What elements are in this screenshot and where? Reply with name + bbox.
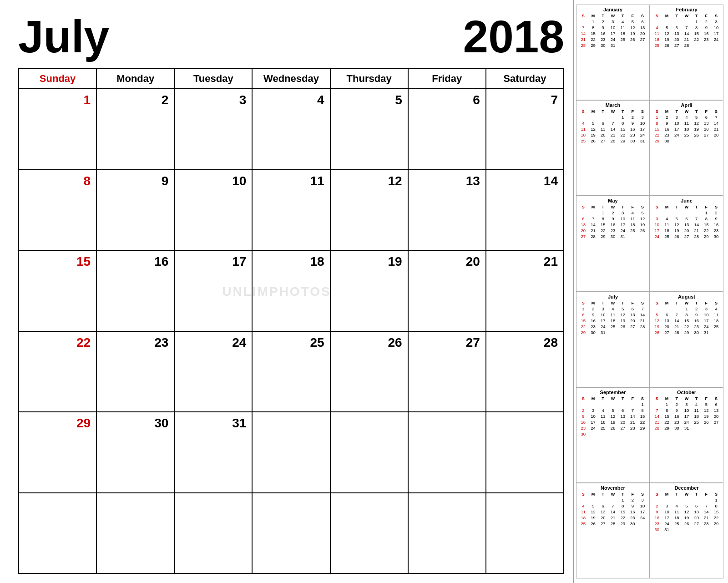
mini-day: 17	[598, 318, 608, 324]
mini-day: 25	[711, 324, 721, 330]
mini-day: 16	[711, 222, 721, 228]
mini-day: 4	[672, 503, 682, 509]
mini-day: 28	[702, 521, 712, 527]
mini-cal-title: March	[578, 102, 647, 108]
day-cell	[409, 493, 486, 573]
mini-day: 31	[682, 425, 692, 431]
mini-day	[628, 401, 638, 407]
mini-day: 12	[637, 216, 647, 222]
mini-day: 29	[578, 330, 588, 335]
mini-header: M	[588, 492, 598, 497]
mini-day: 22	[692, 36, 702, 42]
mini-day: 29	[637, 425, 647, 431]
mini-day: 9	[702, 25, 712, 30]
mini-day	[637, 431, 647, 437]
mini-cal-title: April	[652, 102, 721, 108]
mini-day: 21	[608, 132, 618, 138]
mini-header: T	[618, 204, 628, 210]
mini-day	[578, 401, 588, 407]
mini-day: 31	[608, 42, 618, 48]
mini-header: M	[588, 109, 598, 114]
mini-day: 6	[578, 216, 588, 222]
mini-day: 26	[608, 425, 618, 431]
mini-header: M	[662, 300, 672, 306]
mini-day	[672, 306, 682, 312]
mini-day: 1	[598, 210, 608, 216]
mini-day: 5	[608, 407, 618, 413]
mini-header: S	[652, 492, 662, 497]
mini-day: 23	[672, 419, 682, 425]
mini-day	[588, 497, 598, 503]
day-cell: 4	[253, 89, 330, 169]
mini-header: S	[637, 492, 647, 497]
mini-day	[702, 138, 712, 144]
mini-day	[637, 233, 647, 239]
mini-day: 7	[652, 407, 662, 413]
mini-day: 14	[628, 413, 638, 419]
mini-day: 5	[588, 120, 598, 126]
mini-day: 4	[578, 120, 588, 126]
day-cell	[486, 412, 564, 492]
mini-day	[588, 114, 598, 120]
mini-day: 4	[628, 210, 638, 216]
mini-day: 15	[637, 413, 647, 419]
mini-day	[628, 431, 638, 437]
mini-day	[662, 497, 672, 503]
mini-day: 1	[578, 306, 588, 312]
mini-day: 23	[598, 36, 608, 42]
mini-day: 3	[637, 497, 647, 503]
mini-day: 19	[692, 126, 702, 132]
mini-day: 28	[608, 521, 618, 527]
mini-day: 1	[652, 114, 662, 120]
mini-day: 21	[702, 515, 712, 521]
mini-day	[578, 497, 588, 503]
mini-day	[682, 138, 692, 144]
mini-day	[682, 210, 692, 216]
mini-day: 14	[637, 312, 647, 318]
mini-header: F	[702, 396, 712, 401]
mini-day: 8	[618, 120, 628, 126]
mini-day: 9	[598, 25, 608, 30]
mini-header: M	[588, 13, 598, 19]
mini-day: 4	[618, 19, 628, 25]
mini-header: T	[598, 300, 608, 306]
mini-day: 28	[652, 425, 662, 431]
day-cell: 31	[175, 412, 253, 492]
mini-day: 14	[652, 413, 662, 419]
day-cell	[253, 493, 330, 573]
mini-header: F	[702, 300, 712, 306]
mini-day: 10	[618, 216, 628, 222]
mini-day: 16	[588, 318, 598, 324]
mini-day: 18	[672, 515, 682, 521]
mini-day: 15	[692, 30, 702, 36]
day-header-monday: Monday	[97, 69, 175, 88]
mini-day	[672, 497, 682, 503]
mini-day: 17	[608, 30, 618, 36]
mini-day: 12	[672, 222, 682, 228]
mini-day: 26	[662, 42, 672, 48]
mini-day: 17	[637, 509, 647, 515]
mini-day: 15	[598, 222, 608, 228]
mini-day: 25	[652, 42, 662, 48]
mini-day: 6	[662, 312, 672, 318]
mini-header: T	[618, 300, 628, 306]
mini-day	[608, 401, 618, 407]
mini-day: 25	[682, 132, 692, 138]
mini-header: S	[578, 396, 588, 401]
mini-day: 25	[598, 425, 608, 431]
mini-cal-october: OctoberSMTWTFS12345678910111213141516171…	[650, 387, 723, 483]
mini-day: 22	[662, 419, 672, 425]
day-cell: 5	[331, 89, 409, 169]
mini-day	[608, 497, 618, 503]
mini-day: 14	[588, 222, 598, 228]
mini-day	[608, 330, 618, 335]
mini-day: 15	[711, 509, 721, 515]
mini-day	[628, 330, 638, 335]
mini-day: 8	[618, 503, 628, 509]
mini-day: 28	[672, 330, 682, 335]
mini-day	[598, 431, 608, 437]
mini-day: 30	[628, 138, 638, 144]
mini-day: 18	[662, 228, 672, 233]
mini-day: 20	[662, 324, 672, 330]
mini-day: 7	[628, 407, 638, 413]
